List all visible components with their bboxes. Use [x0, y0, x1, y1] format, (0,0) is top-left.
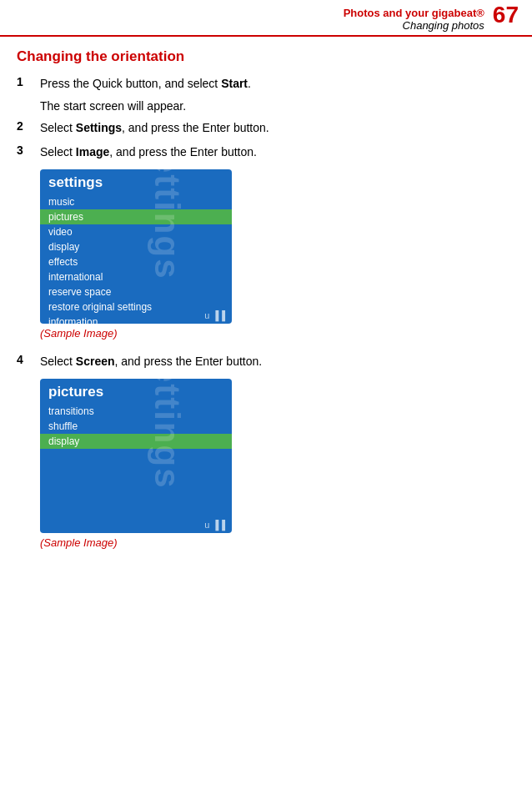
section-title: Changing the orientation [17, 48, 507, 65]
step-3-text: Select Image, and press the Enter button… [40, 143, 257, 161]
step-2: 2 Select Settings, and press the Enter b… [17, 119, 507, 137]
step-4-number: 4 [17, 353, 40, 366]
menu-item-transitions: transitions [40, 404, 232, 419]
menu-item-display: display [40, 239, 232, 254]
screenshot-1: settings music pictures video display ef… [40, 169, 232, 324]
menu-item-international: international [40, 269, 232, 284]
main-content: Changing the orientation 1 Press the Qui… [0, 37, 532, 574]
sample-label-2: (Sample Image) [40, 536, 507, 549]
step-2-number: 2 [17, 119, 40, 133]
page-number: 67 [493, 3, 519, 27]
screen2-footer: u ▐▐ [204, 520, 225, 530]
watermark-2: settings [146, 379, 186, 490]
menu-item-video: video [40, 224, 232, 239]
header-title: Photos and your gigabeat® [13, 7, 519, 19]
menu-item-restore: restore original settings [40, 299, 232, 314]
page-header: 67 Photos and your gigabeat® Changing ph… [0, 0, 532, 37]
menu-item-shuffle: shuffle [40, 419, 232, 434]
screen1-footer: u ▐▐ [204, 310, 225, 320]
step-1-number: 1 [17, 75, 40, 88]
watermark-1: settings [146, 169, 186, 280]
menu-item-effects: effects [40, 254, 232, 269]
menu-item-display2: display [40, 434, 232, 449]
step-4-text: Select Screen, and press the Enter butto… [40, 353, 262, 370]
menu-item-music: music [40, 194, 232, 209]
menu-item-information: information [40, 314, 232, 324]
step-3: 3 Select Image, and press the Enter butt… [17, 143, 507, 161]
step-4: 4 Select Screen, and press the Enter but… [17, 353, 507, 370]
header-subtitle: Changing photos [13, 19, 519, 32]
menu-item-reserve-space: reserve space [40, 284, 232, 299]
sample-label-1: (Sample Image) [40, 327, 507, 340]
menu-item-pictures: pictures [40, 209, 232, 224]
screen2-title: pictures [40, 379, 232, 404]
screen1-title: settings [40, 169, 232, 194]
step-1-text: Press the Quick button, and select Start… [40, 75, 251, 93]
step-1-sub: The start screen will appear. [40, 99, 507, 113]
step-2-text: Select Settings, and press the Enter but… [40, 119, 269, 137]
screenshot-2: pictures transitions shuffle display set… [40, 379, 232, 533]
step-1: 1 Press the Quick button, and select Sta… [17, 75, 507, 93]
step-3-number: 3 [17, 143, 40, 157]
